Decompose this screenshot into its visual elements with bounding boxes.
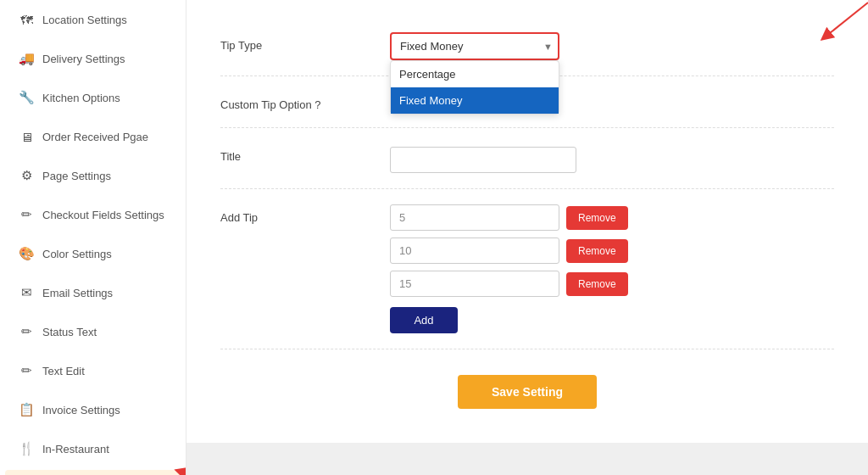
invoice-icon: 📋 bbox=[19, 402, 34, 417]
sidebar-item-text-edit[interactable]: ✏ Text Edit bbox=[5, 353, 181, 388]
sidebar-item-order-received[interactable]: 🖥 Order Received Pgae bbox=[5, 119, 181, 154]
sidebar-item-invoice-settings[interactable]: 📋 Invoice Settings bbox=[5, 392, 181, 428]
title-control bbox=[390, 143, 834, 173]
remove-button-1[interactable]: Remove bbox=[566, 206, 628, 230]
delivery-icon: 🚚 bbox=[19, 51, 34, 66]
order-icon: 🖥 bbox=[19, 129, 34, 144]
tip-row-3: Remove bbox=[390, 271, 628, 297]
save-row: Save Setting bbox=[220, 349, 834, 426]
page-icon: ⚙ bbox=[19, 168, 34, 183]
kitchen-icon: 🔧 bbox=[19, 90, 34, 105]
tip-type-control: Fixed Money ▼ Percentage Fixed Money bbox=[390, 32, 834, 60]
svg-line-0 bbox=[181, 472, 186, 475]
option-percentage[interactable]: Percentage bbox=[391, 61, 559, 87]
tip-inputs: Remove Remove Remove Add bbox=[390, 204, 628, 333]
title-label: Title bbox=[220, 143, 390, 163]
tip-type-dropdown[interactable]: Fixed Money ▼ Percentage Fixed Money bbox=[390, 32, 559, 60]
svg-line-1 bbox=[826, 3, 868, 36]
text-edit-icon: ✏ bbox=[19, 363, 34, 378]
add-tip-section: Add Tip Remove Remove Remove Add bbox=[220, 189, 834, 349]
email-icon: ✉ bbox=[19, 285, 34, 300]
sidebar-item-tips[interactable]: 👤 Tips bbox=[5, 470, 181, 475]
checkout-icon: ✏ bbox=[19, 207, 34, 222]
map-icon: 🗺 bbox=[19, 12, 34, 27]
remove-button-2[interactable]: Remove bbox=[566, 239, 628, 263]
tip-row-2: Remove bbox=[390, 238, 628, 264]
sidebar-item-in-restaurant[interactable]: 🍴 In-Restaurant bbox=[5, 431, 181, 467]
bottom-strip bbox=[186, 443, 868, 475]
custom-tip-label: Custom Tip Option ? bbox=[220, 92, 390, 111]
sidebar-item-kitchen-options[interactable]: 🔧 Kitchen Options bbox=[5, 80, 181, 115]
tip-input-1[interactable] bbox=[390, 204, 559, 231]
tip-type-row: Tip Type Fixed Money ▼ Percentage Fixed … bbox=[220, 17, 834, 76]
option-fixed-money[interactable]: Fixed Money bbox=[391, 87, 559, 114]
tip-type-menu: Percentage Fixed Money bbox=[390, 60, 559, 115]
dropdown-trigger[interactable]: Fixed Money bbox=[390, 32, 559, 60]
add-tip-label: Add Tip bbox=[220, 204, 390, 224]
tip-input-2[interactable] bbox=[390, 238, 559, 264]
remove-button-3[interactable]: Remove bbox=[566, 272, 628, 296]
sidebar-item-checkout-fields[interactable]: ✏ Checkout Fields Settings bbox=[5, 197, 181, 232]
title-row: Title bbox=[220, 128, 834, 189]
status-icon: ✏ bbox=[19, 324, 34, 339]
sidebar: 🗺 Location Settings 🚚 Delivery Settings … bbox=[0, 0, 186, 475]
sidebar-item-page-settings[interactable]: ⚙ Page Settings bbox=[5, 158, 181, 193]
title-input[interactable] bbox=[390, 147, 576, 173]
sidebar-item-delivery-settings[interactable]: 🚚 Delivery Settings bbox=[5, 41, 181, 76]
tip-input-3[interactable] bbox=[390, 271, 559, 297]
dropdown-arrow-annotation bbox=[809, 0, 868, 49]
sidebar-item-email-settings[interactable]: ✉ Email Settings bbox=[5, 275, 181, 310]
add-button[interactable]: Add bbox=[390, 307, 458, 333]
sidebar-item-status-text[interactable]: ✏ Status Text bbox=[5, 314, 181, 349]
tip-type-label: Tip Type bbox=[220, 32, 390, 52]
restaurant-icon: 🍴 bbox=[19, 441, 34, 456]
sidebar-item-location-settings[interactable]: 🗺 Location Settings bbox=[5, 2, 181, 37]
save-button[interactable]: Save Setting bbox=[458, 375, 597, 409]
add-button-wrap: Add bbox=[390, 304, 628, 333]
sidebar-item-color-settings[interactable]: 🎨 Color Settings bbox=[5, 236, 181, 271]
tip-row-1: Remove bbox=[390, 204, 628, 231]
color-icon: 🎨 bbox=[19, 246, 34, 261]
main-content: Tip Type Fixed Money ▼ Percentage Fixed … bbox=[186, 0, 868, 475]
